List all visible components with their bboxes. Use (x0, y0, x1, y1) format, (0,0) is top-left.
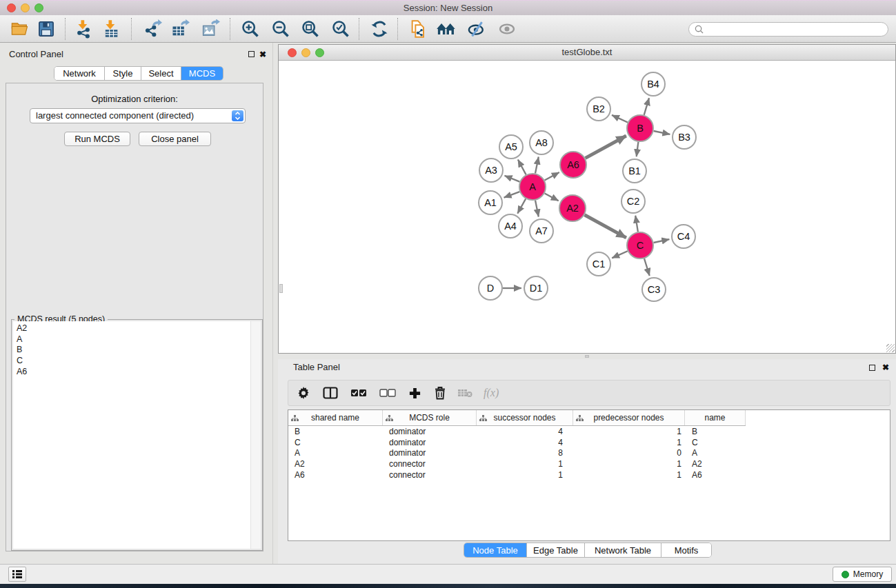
graph-edge-A-A4[interactable] (517, 199, 526, 213)
table-row[interactable]: A6connector11A6 (288, 469, 890, 480)
graph-edge-A-A1[interactable] (504, 192, 520, 198)
result-scrollbar[interactable] (250, 321, 261, 549)
graph-edge-B-B4[interactable] (644, 98, 649, 115)
mcds-result-box: MCDS result (5 nodes) A2 A B C A6 (11, 319, 263, 551)
table-row[interactable]: A2connector11A2 (288, 458, 890, 469)
network-close-button[interactable] (288, 48, 297, 57)
open-folder-icon[interactable] (8, 17, 32, 41)
result-item[interactable]: A2 (17, 323, 251, 334)
export-network-icon[interactable] (141, 17, 164, 41)
graph-node-label-B1: B1 (628, 165, 641, 176)
split-columns-icon[interactable] (323, 381, 338, 405)
result-item[interactable]: B (17, 345, 251, 356)
memory-button[interactable]: Memory (833, 567, 892, 582)
add-column-icon[interactable] (408, 381, 421, 405)
table-panel-float-icon[interactable] (869, 365, 875, 371)
task-history-button[interactable] (8, 567, 26, 582)
graph-edge-B-B3[interactable] (654, 131, 670, 134)
run-mcds-button[interactable]: Run MCDS (64, 132, 130, 146)
network-resize-grip[interactable] (886, 344, 895, 352)
import-network-icon[interactable] (72, 17, 95, 41)
zoom-in-icon[interactable] (239, 17, 262, 41)
graph-edge-A-A8[interactable] (535, 157, 539, 174)
network-window-title: testGlobe.txt (279, 45, 895, 60)
select-all-icon[interactable] (350, 381, 367, 405)
tab-select[interactable]: Select (141, 67, 181, 80)
table-panel-close-icon[interactable]: ✖ (882, 363, 889, 372)
graph-edge-A-A6[interactable] (545, 172, 559, 181)
panel-divider[interactable] (272, 43, 273, 564)
gear-icon[interactable] (297, 381, 310, 405)
import-table-icon[interactable] (99, 17, 123, 41)
control-panel-float-icon[interactable] (248, 51, 255, 57)
tab-network-table[interactable]: Network Table (585, 543, 661, 557)
table-tabs: Node Table Edge Table Network Table Moti… (464, 543, 712, 558)
graph-node-label-A8: A8 (535, 137, 548, 148)
graph-edge-C-C1[interactable] (612, 251, 628, 258)
tab-network[interactable]: Network (54, 67, 105, 80)
network-file-icon[interactable] (407, 17, 430, 41)
column-header-successor-nodes[interactable]: successor nodes (477, 410, 573, 425)
minimize-window-button[interactable] (21, 3, 30, 12)
graph-edge-A6-B[interactable] (586, 136, 626, 158)
export-image-icon[interactable] (199, 17, 222, 41)
graph-edge-A-A2[interactable] (545, 193, 559, 201)
export-table-icon[interactable] (168, 17, 192, 41)
network-scroll-handle[interactable] (279, 284, 283, 293)
refresh-icon[interactable] (368, 17, 391, 41)
delete-column-icon[interactable] (434, 381, 446, 405)
network-canvas[interactable]: AA1A2A3A4A5A6A7A8BB1B2B3B4CC1C2C3C4DD1 (279, 61, 895, 353)
graph-edge-C-C2[interactable] (635, 216, 638, 232)
column-header-shared-name[interactable]: shared name (288, 410, 383, 425)
zoom-fit-icon[interactable] (299, 17, 322, 41)
deselect-all-icon[interactable] (379, 381, 396, 405)
search-input[interactable] (706, 24, 888, 35)
zoom-selected-icon[interactable] (329, 17, 352, 41)
table-row[interactable]: Cdominator41C (288, 437, 890, 448)
result-item[interactable]: A6 (17, 367, 251, 378)
show-annotations-icon[interactable] (495, 17, 519, 41)
graph-edge-C-C4[interactable] (654, 239, 670, 243)
hide-annotations-icon[interactable] (465, 17, 488, 41)
graph-edge-C-C3[interactable] (644, 258, 650, 276)
graph-edge-A-A3[interactable] (505, 176, 520, 182)
close-panel-button[interactable]: Close panel (139, 132, 211, 146)
graph-edge-B-B1[interactable] (637, 142, 639, 156)
tab-mcds[interactable]: MCDS (181, 67, 223, 80)
memory-label: Memory (853, 569, 883, 579)
network-window-titlebar[interactable]: testGlobe.txt (279, 45, 895, 61)
column-header-predecessor-nodes[interactable]: predecessor nodes (573, 410, 685, 425)
save-session-icon[interactable] (34, 17, 58, 41)
tab-edge-table[interactable]: Edge Table (527, 543, 585, 557)
tab-motifs[interactable]: Motifs (661, 543, 711, 557)
table-panel: Table Panel ✖ f(x) shared name (278, 359, 896, 564)
home-icon[interactable] (435, 17, 458, 41)
zoom-out-icon[interactable] (269, 17, 292, 41)
column-header-mcds-role[interactable]: MCDS role (383, 410, 477, 425)
column-type-icon (576, 414, 584, 424)
close-window-button[interactable] (7, 3, 16, 12)
table-row[interactable]: Adominator80A (288, 448, 890, 459)
graph-node-label-A7: A7 (535, 225, 548, 236)
tab-style[interactable]: Style (105, 67, 141, 80)
network-view-window: testGlobe.txt AA1A2A3A4A5A6A7A8BB1B2B3B4… (278, 44, 896, 354)
column-header-name[interactable]: name (685, 410, 746, 425)
graph-edge-A-A5[interactable] (518, 160, 526, 175)
mcds-result-list[interactable]: A2 A B C A6 (13, 321, 251, 549)
graph-edge-B-B2[interactable] (612, 115, 628, 123)
result-item[interactable]: C (17, 356, 251, 367)
split-drag-handle[interactable] (585, 355, 589, 358)
network-minimize-button[interactable] (301, 48, 310, 57)
search-field[interactable] (688, 22, 888, 37)
column-type-icon (479, 414, 487, 424)
graph-edge-A2-C[interactable] (585, 215, 626, 238)
network-maximize-button[interactable] (315, 48, 324, 57)
maximize-window-button[interactable] (34, 3, 43, 12)
control-panel-close-icon[interactable]: ✖ (259, 50, 266, 59)
graph-edge-A-A7[interactable] (535, 201, 539, 217)
table-row[interactable]: Bdominator41B (288, 426, 890, 437)
tab-node-table[interactable]: Node Table (464, 543, 527, 557)
optimization-criterion-dropdown[interactable]: largest connected component (directed) (30, 108, 246, 123)
graph-node-label-B: B (637, 123, 644, 134)
result-item[interactable]: A (17, 334, 251, 345)
